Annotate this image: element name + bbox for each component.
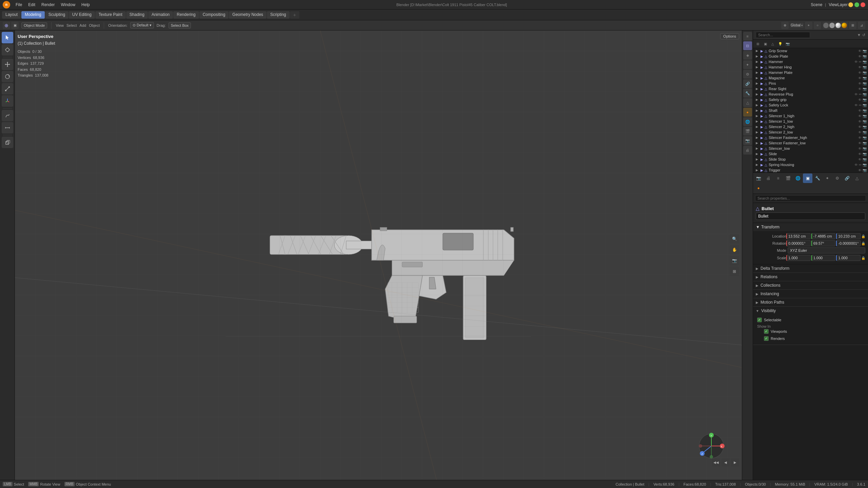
outliner-item-silencer-fastener-high[interactable]: ▶ ▶ △ Silencer Fastener_high 👁 📷	[753, 135, 868, 140]
renders-checkbox[interactable]: ✓	[764, 336, 769, 341]
tab-scripting[interactable]: Scripting	[267, 11, 290, 19]
tab-modeling[interactable]: Modeling	[21, 11, 45, 19]
drag-select[interactable]: Select Box	[169, 22, 191, 28]
zoom-in-icon[interactable]: 🔍	[730, 234, 739, 244]
tab-add-button[interactable]: +	[290, 11, 299, 19]
tab-rendering[interactable]: Rendering	[173, 11, 199, 19]
nav-gizmo[interactable]: X Y Z	[698, 432, 725, 460]
shader-icon[interactable]: ◈	[743, 51, 752, 60]
menu-edit[interactable]: Edit	[25, 2, 38, 8]
eye-icon[interactable]: 👁	[858, 71, 862, 75]
outliner-item-hammer-plate[interactable]: ▶ ▶ △ Hammer Plate 👁 📷	[753, 70, 868, 75]
outliner-item-slide-stop[interactable]: ▶ ▶ △ Slide Stop 👁 📷	[753, 157, 868, 162]
motion-paths-header[interactable]: ▶ Motion Paths	[753, 298, 868, 306]
hand-icon[interactable]: ✋	[730, 245, 739, 255]
eye-icon[interactable]: 👁	[858, 82, 862, 85]
measure-tool[interactable]	[2, 122, 13, 134]
scale-x-field[interactable]: 1.000	[786, 255, 811, 261]
eye-icon[interactable]: 👁	[858, 120, 862, 123]
render-icon[interactable]: 📷	[863, 65, 867, 69]
render-icon[interactable]: 📷	[863, 82, 867, 85]
constraints-icon[interactable]: 🔗	[743, 79, 752, 88]
object-menu[interactable]: Object	[89, 23, 100, 27]
tab-geometry-nodes[interactable]: Geometry Nodes	[229, 11, 267, 19]
render-shading[interactable]	[842, 23, 847, 28]
overlay-icon[interactable]: ⊞	[849, 22, 856, 29]
render-icon[interactable]: 📷	[863, 114, 867, 118]
render-icon[interactable]: 📷	[863, 49, 867, 53]
render-icon[interactable]: 📷	[863, 141, 867, 145]
scene-icon[interactable]: 🎬	[743, 127, 752, 136]
outliner-item-pins[interactable]: ▶ ▶ △ Pins 👁 📷	[753, 81, 868, 86]
eye-icon[interactable]: 👁	[858, 168, 862, 172]
world-props-icon[interactable]: 🌐	[793, 174, 803, 183]
render-icon[interactable]: 📷	[863, 120, 867, 123]
render-icon[interactable]: 📷	[863, 103, 867, 107]
modifier-props-icon[interactable]: 🔧	[813, 174, 822, 183]
data-props-icon[interactable]: △	[852, 174, 862, 183]
filter-light[interactable]: 💡	[777, 40, 784, 47]
minimize-button[interactable]	[848, 2, 853, 7]
eye-icon[interactable]: 👁	[854, 93, 858, 96]
render-icon[interactable]: 📷	[863, 152, 867, 156]
object-props-icon[interactable]: ▣	[803, 174, 812, 183]
outliner-item-grip-screw[interactable]: ▶ ▶ △ Grip Screw 👁 📷	[753, 48, 868, 54]
eye-icon[interactable]: 👁	[858, 65, 862, 69]
options-button[interactable]: Options	[720, 33, 739, 39]
world-icon[interactable]: 🌐	[743, 117, 752, 126]
outliner-item-silencer1low[interactable]: ▶ ▶ △ Silencer 1_low 👁 📷	[753, 119, 868, 124]
eye-icon[interactable]: 👁	[858, 87, 862, 91]
properties-icon[interactable]: ⊟	[743, 41, 752, 50]
camera-icon[interactable]: 📷	[730, 256, 739, 265]
object-mode-select[interactable]: Object Mode	[21, 22, 47, 28]
outliner-item-safety-grip[interactable]: ▶ ▶ △ Safety grip 👁 📷	[753, 97, 868, 102]
edit-icon[interactable]: ✏	[859, 60, 862, 64]
constraints-props-icon[interactable]: 🔗	[842, 174, 852, 183]
wireframe-shading[interactable]	[823, 23, 829, 28]
output-icon[interactable]: 🖨	[743, 146, 752, 155]
annotate-tool[interactable]	[2, 110, 13, 121]
solid-shading[interactable]	[829, 23, 835, 28]
tab-uv-editing[interactable]: UV Editing	[69, 11, 95, 19]
render-props-icon[interactable]: 📷	[754, 174, 763, 183]
select-menu[interactable]: Select	[66, 23, 77, 27]
filter-mesh[interactable]: △	[769, 40, 776, 47]
eye-icon[interactable]: 👁	[858, 125, 862, 129]
sync-icon[interactable]: ↺	[862, 33, 865, 37]
select-tool[interactable]	[2, 32, 13, 43]
outliner-item-magazine[interactable]: ▶ ▶ △ Magazine 👁 📷	[753, 75, 868, 81]
tab-shading[interactable]: Shading	[126, 11, 148, 19]
viewport[interactable]: User Perspective (1) Collection | Bullet…	[15, 30, 742, 480]
tab-sculpting[interactable]: Sculpting	[45, 11, 68, 19]
add-cube-tool[interactable]	[2, 137, 13, 148]
cursor-tool[interactable]	[2, 44, 13, 56]
render-icon[interactable]: 📷	[863, 125, 867, 129]
outliner-item-trigger[interactable]: ▶ ▶ △ Trigger 👁 📷	[753, 167, 868, 173]
eye-icon[interactable]: 👁	[858, 147, 862, 150]
prev-keyframe[interactable]: ◀	[722, 458, 730, 466]
filter-camera[interactable]: 📷	[784, 40, 791, 47]
transform-tool[interactable]	[2, 95, 13, 107]
scale-tool[interactable]	[2, 83, 13, 95]
render-icon[interactable]: 📷	[863, 60, 867, 64]
filter-objects[interactable]: ▣	[762, 40, 769, 47]
global-label[interactable]: Global	[791, 23, 801, 27]
eye-icon[interactable]: 👁	[854, 60, 858, 64]
render-icon[interactable]: 📷	[863, 168, 867, 172]
render-icon[interactable]: 📷	[863, 87, 867, 91]
location-y-field[interactable]: -7.4885 cm	[811, 233, 836, 239]
play-icon[interactable]: ▶	[731, 458, 739, 466]
tab-layout[interactable]: Layout	[2, 11, 21, 19]
outliner-search[interactable]	[756, 32, 810, 38]
material-props-icon[interactable]: ●	[754, 183, 763, 193]
relations-header[interactable]: ▶ Relations	[753, 273, 868, 281]
outliner-item-silencer2high[interactable]: ▶ ▶ △ Silencer 2_high 👁 📷	[753, 124, 868, 129]
outliner-item-silencer-low[interactable]: ▶ ▶ △ Silencer_low 👁 📷	[753, 146, 868, 151]
outliner-item-spring-housing[interactable]: ▶ ▶ △ Spring Housing 👁 ✏ 📷	[753, 162, 868, 167]
outliner-icon[interactable]: ≡	[743, 32, 752, 41]
grid-icon[interactable]: ⊞	[730, 267, 739, 276]
render-icon[interactable]: 📷	[863, 158, 867, 161]
transform-header[interactable]: ▼ Transform	[753, 223, 868, 231]
location-lock[interactable]: 🔒	[861, 235, 865, 238]
render-icon[interactable]: 📷	[863, 130, 867, 134]
